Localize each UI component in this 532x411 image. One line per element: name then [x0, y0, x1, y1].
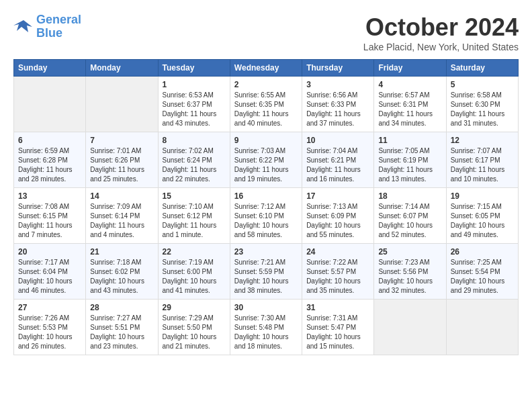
calendar-cell: 21Sunrise: 7:18 AMSunset: 6:02 PMDayligh…	[86, 244, 158, 300]
calendar-cell: 23Sunrise: 7:21 AMSunset: 5:59 PMDayligh…	[230, 244, 302, 300]
header-saturday: Saturday	[446, 60, 518, 77]
calendar-cell	[374, 300, 446, 355]
day-info: Sunrise: 7:15 AMSunset: 6:05 PMDaylight:…	[451, 202, 514, 240]
day-info: Sunrise: 6:56 AMSunset: 6:33 PMDaylight:…	[306, 91, 369, 128]
day-number: 4	[378, 80, 441, 89]
calendar-cell: 5Sunrise: 6:58 AMSunset: 6:30 PMDaylight…	[446, 77, 518, 132]
day-info: Sunrise: 7:04 AMSunset: 6:21 PMDaylight:…	[306, 146, 369, 184]
calendar-cell: 8Sunrise: 7:02 AMSunset: 6:24 PMDaylight…	[158, 132, 230, 188]
day-info: Sunrise: 7:27 AMSunset: 5:51 PMDaylight:…	[90, 314, 153, 351]
day-number: 17	[306, 191, 369, 201]
day-info: Sunrise: 7:23 AMSunset: 5:56 PMDaylight:…	[378, 258, 441, 295]
calendar-cell: 13Sunrise: 7:08 AMSunset: 6:15 PMDayligh…	[14, 188, 86, 244]
calendar-cell: 22Sunrise: 7:19 AMSunset: 6:00 PMDayligh…	[158, 244, 230, 300]
calendar-week-row: 1Sunrise: 6:53 AMSunset: 6:37 PMDaylight…	[14, 77, 519, 132]
day-info: Sunrise: 7:03 AMSunset: 6:22 PMDaylight:…	[234, 146, 298, 184]
calendar-cell: 27Sunrise: 7:26 AMSunset: 5:53 PMDayligh…	[14, 300, 86, 355]
day-number: 16	[234, 191, 298, 201]
calendar-cell: 17Sunrise: 7:13 AMSunset: 6:09 PMDayligh…	[302, 188, 374, 244]
day-number: 7	[90, 136, 153, 145]
day-number: 9	[234, 136, 298, 145]
location-text: Lake Placid, New York, United States	[363, 42, 519, 52]
day-info: Sunrise: 6:53 AMSunset: 6:37 PMDaylight:…	[163, 91, 226, 128]
calendar-week-row: 27Sunrise: 7:26 AMSunset: 5:53 PMDayligh…	[14, 300, 519, 355]
svg-marker-0	[13, 20, 32, 32]
day-number: 6	[18, 136, 81, 145]
day-info: Sunrise: 7:22 AMSunset: 5:57 PMDaylight:…	[306, 258, 369, 295]
header-thursday: Thursday	[302, 60, 374, 77]
day-info: Sunrise: 7:09 AMSunset: 6:14 PMDaylight:…	[90, 202, 153, 240]
day-info: Sunrise: 6:58 AMSunset: 6:30 PMDaylight:…	[451, 91, 514, 128]
calendar-cell: 3Sunrise: 6:56 AMSunset: 6:33 PMDaylight…	[302, 77, 374, 132]
day-info: Sunrise: 6:59 AMSunset: 6:28 PMDaylight:…	[18, 146, 81, 184]
day-info: Sunrise: 7:14 AMSunset: 6:07 PMDaylight:…	[378, 202, 441, 240]
day-info: Sunrise: 7:17 AMSunset: 6:04 PMDaylight:…	[18, 258, 81, 295]
calendar-cell: 2Sunrise: 6:55 AMSunset: 6:35 PMDaylight…	[230, 77, 302, 132]
calendar-cell: 29Sunrise: 7:29 AMSunset: 5:50 PMDayligh…	[158, 300, 230, 355]
day-number: 23	[234, 247, 298, 257]
day-info: Sunrise: 7:18 AMSunset: 6:02 PMDaylight:…	[90, 258, 153, 295]
header-friday: Friday	[374, 60, 446, 77]
calendar-cell: 4Sunrise: 6:57 AMSunset: 6:31 PMDaylight…	[374, 77, 446, 132]
day-info: Sunrise: 7:12 AMSunset: 6:10 PMDaylight:…	[234, 202, 298, 240]
day-number: 22	[163, 247, 226, 257]
calendar-cell: 31Sunrise: 7:31 AMSunset: 5:47 PMDayligh…	[302, 300, 374, 355]
day-info: Sunrise: 7:26 AMSunset: 5:53 PMDaylight:…	[18, 314, 81, 351]
calendar-cell: 18Sunrise: 7:14 AMSunset: 6:07 PMDayligh…	[374, 188, 446, 244]
day-number: 20	[18, 247, 81, 257]
day-number: 27	[18, 303, 81, 312]
calendar-cell: 11Sunrise: 7:05 AMSunset: 6:19 PMDayligh…	[374, 132, 446, 188]
calendar-cell	[86, 77, 158, 132]
day-number: 15	[163, 191, 226, 201]
calendar-cell: 20Sunrise: 7:17 AMSunset: 6:04 PMDayligh…	[14, 244, 86, 300]
day-number: 29	[163, 303, 226, 312]
calendar-cell	[14, 77, 86, 132]
day-number: 31	[306, 303, 369, 312]
calendar-cell: 6Sunrise: 6:59 AMSunset: 6:28 PMDaylight…	[14, 132, 86, 188]
day-info: Sunrise: 7:21 AMSunset: 5:59 PMDaylight:…	[234, 258, 298, 295]
day-info: Sunrise: 6:55 AMSunset: 6:35 PMDaylight:…	[234, 91, 298, 128]
day-info: Sunrise: 7:13 AMSunset: 6:09 PMDaylight:…	[306, 202, 369, 240]
day-info: Sunrise: 7:31 AMSunset: 5:47 PMDaylight:…	[306, 314, 369, 351]
header-monday: Monday	[86, 60, 158, 77]
header-tuesday: Tuesday	[158, 60, 230, 77]
calendar-cell: 28Sunrise: 7:27 AMSunset: 5:51 PMDayligh…	[86, 300, 158, 355]
calendar-table: SundayMondayTuesdayWednesdayThursdayFrid…	[13, 59, 519, 355]
day-info: Sunrise: 7:01 AMSunset: 6:26 PMDaylight:…	[90, 146, 153, 184]
day-info: Sunrise: 7:05 AMSunset: 6:19 PMDaylight:…	[378, 146, 441, 184]
day-number: 12	[451, 136, 514, 145]
day-info: Sunrise: 7:30 AMSunset: 5:48 PMDaylight:…	[234, 314, 298, 351]
day-number: 26	[451, 247, 514, 257]
day-number: 19	[451, 191, 514, 201]
day-number: 5	[451, 80, 514, 89]
day-number: 2	[234, 80, 298, 89]
calendar-cell: 24Sunrise: 7:22 AMSunset: 5:57 PMDayligh…	[302, 244, 374, 300]
calendar-cell	[446, 300, 518, 355]
logo-text: GeneralBlue	[36, 13, 81, 40]
calendar-week-row: 20Sunrise: 7:17 AMSunset: 6:04 PMDayligh…	[14, 244, 519, 300]
day-info: Sunrise: 7:19 AMSunset: 6:00 PMDaylight:…	[163, 258, 226, 295]
calendar-cell: 16Sunrise: 7:12 AMSunset: 6:10 PMDayligh…	[230, 188, 302, 244]
logo-icon	[13, 19, 34, 35]
day-number: 10	[306, 136, 369, 145]
header-sunday: Sunday	[14, 60, 86, 77]
day-info: Sunrise: 7:07 AMSunset: 6:17 PMDaylight:…	[451, 146, 514, 184]
calendar-cell: 12Sunrise: 7:07 AMSunset: 6:17 PMDayligh…	[446, 132, 518, 188]
day-info: Sunrise: 6:57 AMSunset: 6:31 PMDaylight:…	[378, 91, 441, 128]
calendar-cell: 26Sunrise: 7:25 AMSunset: 5:54 PMDayligh…	[446, 244, 518, 300]
day-number: 3	[306, 80, 369, 89]
calendar-cell: 30Sunrise: 7:30 AMSunset: 5:48 PMDayligh…	[230, 300, 302, 355]
day-number: 1	[163, 80, 226, 89]
calendar-cell: 7Sunrise: 7:01 AMSunset: 6:26 PMDaylight…	[86, 132, 158, 188]
calendar-cell: 25Sunrise: 7:23 AMSunset: 5:56 PMDayligh…	[374, 244, 446, 300]
calendar-cell: 9Sunrise: 7:03 AMSunset: 6:22 PMDaylight…	[230, 132, 302, 188]
calendar-week-row: 6Sunrise: 6:59 AMSunset: 6:28 PMDaylight…	[14, 132, 519, 188]
page-header: GeneralBlue October 2024 Lake Placid, Ne…	[13, 13, 519, 52]
calendar-header-row: SundayMondayTuesdayWednesdayThursdayFrid…	[14, 60, 519, 77]
day-info: Sunrise: 7:10 AMSunset: 6:12 PMDaylight:…	[163, 202, 226, 240]
day-number: 28	[90, 303, 153, 312]
day-number: 18	[378, 191, 441, 201]
calendar-cell: 14Sunrise: 7:09 AMSunset: 6:14 PMDayligh…	[86, 188, 158, 244]
day-info: Sunrise: 7:25 AMSunset: 5:54 PMDaylight:…	[451, 258, 514, 295]
day-info: Sunrise: 7:08 AMSunset: 6:15 PMDaylight:…	[18, 202, 81, 240]
